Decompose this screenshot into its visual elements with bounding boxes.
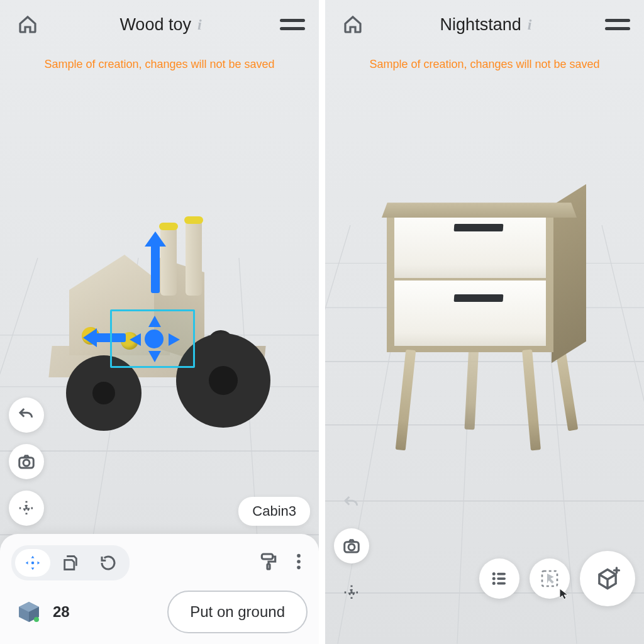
editor-screen-nightstand: Nightstand i Sample of creation, changes… xyxy=(325,0,644,644)
reset-rotation-button[interactable] xyxy=(91,549,126,577)
put-on-ground-button[interactable]: Put on ground xyxy=(167,591,308,633)
gizmo-pan-left[interactable] xyxy=(130,333,141,346)
svg-point-35 xyxy=(348,544,355,550)
info-icon[interactable]: i xyxy=(197,16,202,33)
svg-point-12 xyxy=(25,507,28,509)
focus-target-icon xyxy=(17,499,36,518)
menu-icon xyxy=(280,19,305,22)
add-shape-button[interactable] xyxy=(580,551,635,606)
gizmo-pan-right[interactable] xyxy=(169,333,180,346)
svg-point-16 xyxy=(297,554,301,558)
svg-rect-39 xyxy=(497,573,506,575)
add-shape-icon xyxy=(594,565,621,592)
project-title: Nightstand xyxy=(440,15,521,35)
gizmo-center[interactable] xyxy=(145,330,164,348)
duplicate-icon xyxy=(62,554,79,572)
parts-list-button[interactable] xyxy=(479,558,519,599)
selection-label-chip[interactable]: Cabin3 xyxy=(238,497,310,526)
wood-toy-model[interactable] xyxy=(50,226,277,415)
svg-point-38 xyxy=(492,572,496,575)
focus-button[interactable] xyxy=(9,491,44,526)
cursor-icon xyxy=(558,587,571,600)
svg-marker-46 xyxy=(560,589,568,599)
camera-icon xyxy=(342,536,361,555)
svg-rect-43 xyxy=(497,582,506,585)
svg-point-22 xyxy=(34,617,39,622)
viewport-3d[interactable] xyxy=(325,0,644,644)
select-box-icon xyxy=(540,569,560,589)
project-title: Wood toy xyxy=(119,15,191,35)
home-icon xyxy=(18,14,38,35)
project-title-group[interactable]: Nightstand i xyxy=(440,15,532,35)
svg-rect-14 xyxy=(262,554,272,559)
menu-button[interactable] xyxy=(280,15,305,34)
more-vert-icon xyxy=(296,553,301,570)
move-gizmo-icon xyxy=(23,553,42,572)
gizmo-pan-up[interactable] xyxy=(148,316,161,327)
part-cube-icon[interactable] xyxy=(16,599,42,625)
undo-icon xyxy=(17,406,36,425)
nightstand-model[interactable] xyxy=(382,176,589,447)
camera-button[interactable] xyxy=(334,528,369,564)
camera-button[interactable] xyxy=(9,444,44,479)
svg-point-18 xyxy=(297,566,301,570)
undo-icon xyxy=(342,494,361,513)
svg-point-10 xyxy=(23,460,30,466)
home-button[interactable] xyxy=(339,11,367,38)
menu-button[interactable] xyxy=(605,15,630,34)
undo-button[interactable] xyxy=(9,397,44,433)
svg-point-40 xyxy=(492,577,496,580)
editor-screen-wood-toy: Wood toy i Sample of creation, changes w… xyxy=(0,0,319,644)
list-icon xyxy=(490,569,509,588)
sample-warning: Sample of creation, changes will not be … xyxy=(0,58,319,71)
info-icon[interactable]: i xyxy=(528,16,532,33)
svg-marker-45 xyxy=(547,574,554,584)
paint-button[interactable] xyxy=(258,552,279,574)
sample-warning: Sample of creation, changes will not be … xyxy=(325,58,644,71)
home-icon xyxy=(343,14,363,35)
part-count: 28 xyxy=(53,603,70,621)
undo-button-disabled xyxy=(338,489,365,517)
selection-tool-button[interactable] xyxy=(530,558,570,599)
svg-rect-15 xyxy=(267,564,270,569)
focus-target-icon xyxy=(342,583,361,602)
svg-point-13 xyxy=(31,562,35,565)
move-mode-button[interactable] xyxy=(15,549,50,577)
clone-mode-button[interactable] xyxy=(53,549,88,577)
project-title-group[interactable]: Wood toy i xyxy=(119,15,201,35)
menu-icon xyxy=(605,19,630,22)
svg-point-37 xyxy=(350,591,353,594)
transform-mode-group xyxy=(11,545,130,580)
focus-button[interactable] xyxy=(338,579,365,606)
svg-point-42 xyxy=(492,582,496,585)
home-button[interactable] xyxy=(14,11,42,38)
paint-roller-icon xyxy=(258,552,279,572)
gizmo-axis-up[interactable] xyxy=(151,243,160,293)
gizmo-pan-down[interactable] xyxy=(148,351,161,362)
svg-rect-41 xyxy=(497,577,506,580)
reset-rotation-icon xyxy=(99,553,118,572)
svg-point-17 xyxy=(297,560,301,564)
bottom-toolbar: 28 Put on ground xyxy=(0,534,319,644)
more-button[interactable] xyxy=(296,553,301,573)
camera-icon xyxy=(17,452,36,471)
